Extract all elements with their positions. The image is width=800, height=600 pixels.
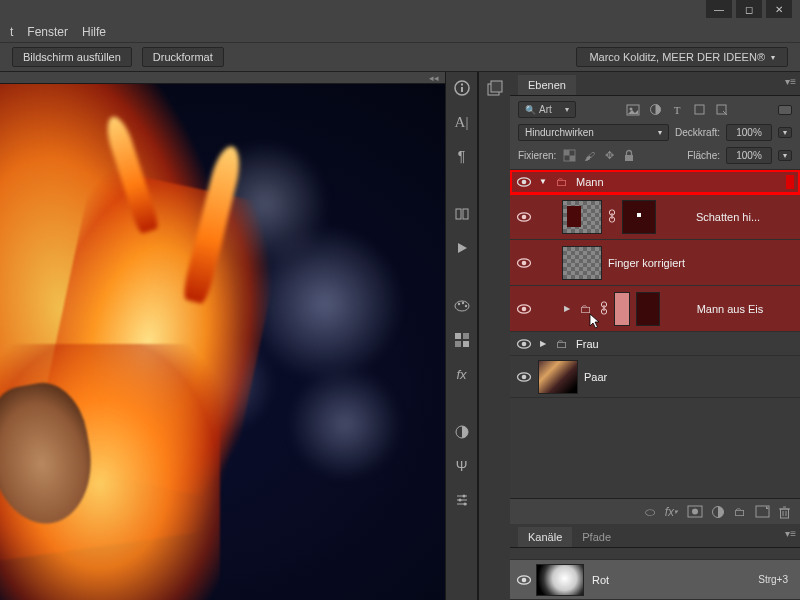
channel-composite-row[interactable]: [510, 548, 800, 560]
folder-icon: 🗀: [554, 176, 570, 188]
layer-thumbnail: [538, 360, 578, 394]
disclosure-triangle[interactable]: ▼: [538, 177, 548, 186]
lock-position-icon[interactable]: ✥: [602, 149, 616, 163]
visibility-toggle[interactable]: [516, 174, 532, 190]
layer-finger[interactable]: Finger korrigiert: [510, 240, 800, 286]
document-canvas[interactable]: ◂◂: [0, 72, 446, 600]
visibility-toggle[interactable]: [516, 572, 532, 588]
svg-point-32: [522, 179, 527, 184]
link-icon: [608, 210, 616, 224]
filter-toggle[interactable]: [778, 105, 792, 115]
visibility-toggle[interactable]: [516, 255, 532, 271]
workspace-switcher[interactable]: Marco Kolditz, MEER DER IDEEN® ▾: [576, 47, 788, 67]
character-icon[interactable]: A|: [452, 112, 472, 132]
layer-filter-type[interactable]: 🔍Art▾: [518, 101, 576, 118]
layer-schatten[interactable]: Schatten hi...: [510, 194, 800, 240]
fill-value[interactable]: 100%: [726, 147, 772, 164]
actions-icon[interactable]: [452, 204, 472, 224]
svg-rect-3: [456, 209, 461, 219]
menu-item-fenster[interactable]: Fenster: [27, 25, 68, 39]
filter-pixel-icon[interactable]: [625, 103, 641, 117]
adjustments-icon[interactable]: [452, 422, 472, 442]
svg-point-39: [522, 260, 527, 265]
new-layer-icon[interactable]: [756, 506, 769, 517]
visibility-toggle[interactable]: [516, 369, 532, 385]
layer-group-frau[interactable]: ▶ 🗀 Frau: [510, 332, 800, 356]
layer-style-icon[interactable]: fx▾: [665, 505, 678, 519]
workspace-name: Marco Kolditz, MEER DER IDEEN®: [589, 51, 765, 63]
cursor-icon: [588, 314, 602, 330]
maximize-button[interactable]: ◻: [736, 0, 762, 18]
color-tag: [786, 175, 794, 189]
mask-thumbnail: [622, 200, 656, 234]
svg-rect-53: [781, 509, 789, 518]
menu-item[interactable]: t: [10, 25, 13, 39]
fullscreen-button[interactable]: Bildschirm ausfüllen: [12, 47, 132, 67]
minimize-button[interactable]: —: [706, 0, 732, 18]
filter-shape-icon[interactable]: [691, 103, 707, 117]
panel-menu-icon[interactable]: ▾≡: [785, 528, 796, 539]
info-icon[interactable]: [452, 78, 472, 98]
opacity-flyout[interactable]: ▾: [778, 127, 792, 138]
lock-pixels-icon[interactable]: 🖌: [582, 149, 596, 163]
layers-panel-tab-bar: Ebenen ▾≡: [510, 72, 800, 96]
menu-item-hilfe[interactable]: Hilfe: [82, 25, 106, 39]
visibility-toggle[interactable]: [516, 301, 532, 317]
visibility-toggle[interactable]: [516, 209, 532, 225]
svg-point-18: [458, 499, 461, 502]
play-icon[interactable]: [452, 238, 472, 258]
layer-thumbnail: [562, 200, 602, 234]
chevron-down-icon: ▾: [771, 53, 775, 62]
svg-rect-11: [455, 341, 461, 347]
panel-collapse-bar[interactable]: ◂◂: [0, 72, 445, 84]
svg-point-41: [522, 306, 527, 311]
svg-point-46: [522, 341, 527, 346]
filter-type-icon[interactable]: T: [669, 103, 685, 117]
layers-tab[interactable]: Ebenen: [518, 75, 576, 95]
close-button[interactable]: ✕: [766, 0, 792, 18]
title-bar: — ◻ ✕: [0, 0, 800, 22]
filter-adjustment-icon[interactable]: [647, 103, 663, 117]
blend-mode-dropdown[interactable]: Hindurchwirken▾: [518, 124, 669, 141]
opacity-value[interactable]: 100%: [726, 124, 772, 141]
layer-name: Mann aus Eis: [666, 303, 794, 315]
lock-transparency-icon[interactable]: [562, 149, 576, 163]
channels-tab[interactable]: Kanäle: [518, 527, 572, 547]
paragraph-icon[interactable]: ¶: [452, 146, 472, 166]
styles-icon[interactable]: fx: [452, 364, 472, 384]
visibility-toggle[interactable]: [516, 336, 532, 352]
channels-list: Rot Strg+3: [510, 548, 800, 600]
new-group-icon[interactable]: 🗀: [734, 505, 746, 519]
printformat-button[interactable]: Druckformat: [142, 47, 224, 67]
lock-label: Fixieren:: [518, 150, 556, 161]
svg-rect-1: [461, 87, 463, 92]
layers-controls: 🔍Art▾ T Hindurchwirken▾ Deckkraft: 100% …: [510, 96, 800, 170]
fill-flyout[interactable]: ▾: [778, 150, 792, 161]
color-icon[interactable]: [452, 296, 472, 316]
filter-smartobject-icon[interactable]: [713, 103, 729, 117]
panel-menu-icon[interactable]: ▾≡: [785, 76, 796, 87]
lock-all-icon[interactable]: [622, 149, 636, 163]
channel-row-rot[interactable]: Rot Strg+3: [510, 560, 800, 600]
layer-group-mann[interactable]: ▼ 🗀 Mann: [510, 170, 800, 194]
collapsed-panel-strip-1: A| ¶ fx Ψ: [446, 72, 478, 600]
paths-tab[interactable]: Pfade: [572, 527, 621, 547]
adjustment-layer-icon[interactable]: [712, 506, 724, 518]
link-layers-icon[interactable]: ⬭: [645, 505, 655, 519]
usb-icon[interactable]: Ψ: [452, 456, 472, 476]
swatches-icon[interactable]: [452, 330, 472, 350]
svg-rect-4: [463, 209, 468, 219]
svg-rect-2: [461, 84, 463, 86]
layer-paar[interactable]: Paar: [510, 356, 800, 398]
delete-layer-icon[interactable]: [779, 506, 790, 518]
layer-subgroup-mann-aus-eis[interactable]: ▶ 🗀 Mann aus Eis: [510, 286, 800, 332]
disclosure-triangle[interactable]: ▶: [538, 339, 548, 348]
channels-panel-tab-bar: Kanäle Pfade ▾≡: [510, 524, 800, 548]
svg-rect-28: [564, 150, 570, 156]
mask-thumbnail-2: [636, 292, 660, 326]
history-icon[interactable]: [485, 78, 505, 98]
properties-icon[interactable]: [452, 490, 472, 510]
disclosure-triangle[interactable]: ▶: [562, 304, 572, 313]
opacity-label: Deckkraft:: [675, 127, 720, 138]
layer-mask-icon[interactable]: [688, 506, 702, 517]
